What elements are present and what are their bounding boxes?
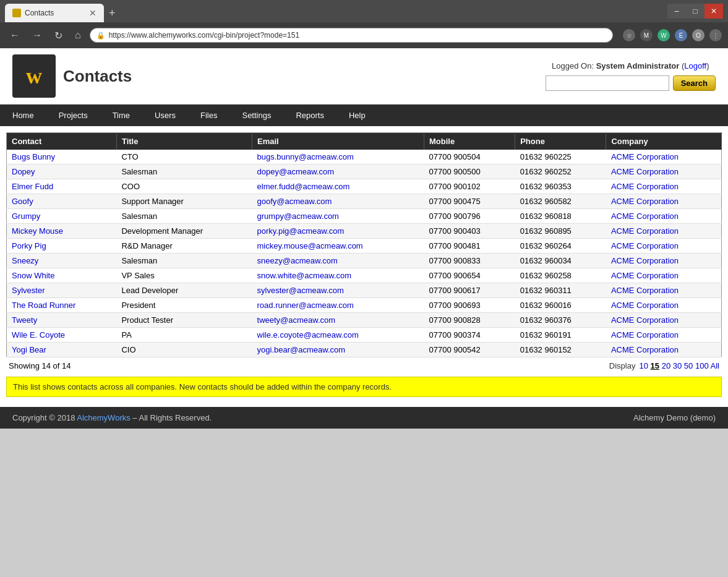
address-input[interactable]: 🔒 https://www.alchemyworks.com/cgi-bin/p… (90, 28, 613, 43)
home-button[interactable]: ⌂ (71, 28, 85, 42)
contact-email[interactable]: snow.white@acmeaw.com (257, 271, 352, 280)
contact-company[interactable]: ACME Corporation (611, 241, 679, 250)
contact-mobile: 07700 900654 (424, 268, 515, 283)
contact-email[interactable]: road.runner@acmeaw.com (257, 301, 354, 310)
back-button[interactable]: ← (6, 28, 24, 42)
contact-company[interactable]: ACME Corporation (611, 212, 679, 221)
contact-mobile: 07700 900475 (424, 194, 515, 209)
contact-company[interactable]: ACME Corporation (611, 226, 679, 236)
contact-company[interactable]: ACME Corporation (611, 256, 679, 265)
contact-title: Lead Developer (116, 283, 252, 298)
contact-company[interactable]: ACME Corporation (611, 330, 679, 340)
menu-icon[interactable]: ⋮ (709, 29, 722, 41)
info-bar: This list shows contacts across all comp… (6, 377, 722, 397)
contact-company[interactable]: ACME Corporation (611, 167, 679, 176)
close-button[interactable]: ✕ (704, 4, 723, 19)
contact-company[interactable]: ACME Corporation (611, 301, 679, 310)
contact-mobile: 07700 900796 (424, 209, 515, 224)
contact-company[interactable]: ACME Corporation (611, 271, 679, 280)
contact-email[interactable]: yogi.bear@acmeaw.com (257, 345, 346, 354)
display-option-50[interactable]: 50 (684, 361, 693, 370)
contact-email[interactable]: grumpy@acmeaw.com (257, 212, 339, 221)
brand-link[interactable]: AlchemyWorks (77, 413, 130, 422)
contact-link[interactable]: Sylvester (12, 286, 45, 295)
contact-phone: 01632 960152 (515, 343, 606, 357)
minimize-button[interactable]: – (667, 4, 686, 19)
maximize-button[interactable]: □ (686, 4, 704, 19)
col-company: Company (606, 133, 722, 150)
contact-email[interactable]: goofy@acmeaw.com (257, 197, 332, 206)
contact-mobile: 07700 900403 (424, 224, 515, 239)
contact-email[interactable]: mickey.mouse@acmeaw.com (257, 241, 363, 250)
contact-company[interactable]: ACME Corporation (611, 315, 679, 325)
search-input[interactable] (546, 75, 669, 91)
display-option-100[interactable]: 100 (695, 361, 709, 370)
contact-link[interactable]: Dopey (12, 167, 35, 176)
display-option-30[interactable]: 30 (673, 361, 682, 370)
nav-projects[interactable]: Projects (46, 105, 100, 126)
display-option-10[interactable]: 10 (639, 361, 648, 370)
nav-settings[interactable]: Settings (229, 105, 283, 126)
star-icon[interactable]: ☆ (623, 29, 635, 41)
contact-email[interactable]: sylvester@acmeaw.com (257, 286, 344, 295)
nav-help[interactable]: Help (336, 105, 378, 126)
contact-company[interactable]: ACME Corporation (611, 286, 679, 295)
extension-icon3[interactable]: E (675, 29, 687, 41)
contact-link[interactable]: Yogi Bear (12, 345, 46, 354)
logo: w Contacts (12, 54, 132, 98)
extension-icon4[interactable]: O (692, 29, 704, 41)
search-button[interactable]: Search (673, 75, 716, 91)
extension-icon1[interactable]: M (640, 29, 653, 41)
contact-email[interactable]: wile.e.coyote@acmeaw.com (257, 330, 359, 340)
contact-email[interactable]: bugs.bunny@acmeaw.com (257, 152, 354, 161)
contact-link[interactable]: Elmer Fudd (12, 182, 53, 191)
contact-email[interactable]: porky.pig@acmeaw.com (257, 226, 345, 236)
display-option-All[interactable]: All (711, 361, 719, 370)
nav-time[interactable]: Time (100, 105, 142, 126)
contact-link[interactable]: Tweety (12, 315, 37, 325)
tab-close-button[interactable]: ✕ (89, 8, 96, 18)
table-header-row: Contact Title Email Mobile Phone Company (7, 133, 722, 150)
display-label: Display (609, 361, 636, 370)
contact-link[interactable]: Bugs Bunny (12, 152, 55, 161)
site-title: Contacts (63, 67, 132, 86)
browser-toolbar-icons: ☆ M W E O ⋮ (623, 29, 722, 41)
contact-company[interactable]: ACME Corporation (611, 182, 679, 191)
contact-company[interactable]: ACME Corporation (611, 345, 679, 354)
contact-phone: 01632 960252 (515, 165, 606, 179)
contact-mobile: 07700 900833 (424, 254, 515, 268)
contact-link[interactable]: Porky Pig (12, 241, 46, 250)
nav-files[interactable]: Files (188, 105, 229, 126)
contact-mobile: 07700 900504 (424, 150, 515, 165)
main-content: Contact Title Email Mobile Phone Company… (0, 126, 728, 403)
new-tab-button[interactable]: + (104, 4, 121, 22)
contact-link[interactable]: Snow White (12, 271, 54, 280)
contact-company[interactable]: ACME Corporation (611, 152, 679, 161)
contact-link[interactable]: Goofy (12, 197, 33, 206)
rights-text: – All Rights Reserved. (132, 413, 212, 422)
contact-email[interactable]: dopey@acmeaw.com (257, 167, 334, 176)
contact-link[interactable]: Grumpy (12, 212, 40, 221)
display-option-20[interactable]: 20 (662, 361, 670, 370)
refresh-button[interactable]: ↻ (51, 28, 66, 43)
forward-button[interactable]: → (28, 28, 46, 42)
url-text: https://www.alchemyworks.com/cgi-bin/pro… (109, 31, 299, 40)
table-footer: Showing 14 of 14 Display 10 15 20 30 50 … (6, 357, 722, 374)
contact-link[interactable]: Mickey Mouse (12, 226, 63, 236)
contact-email[interactable]: sneezy@acmeaw.com (257, 256, 338, 265)
contact-link[interactable]: Wile E. Coyote (12, 330, 65, 340)
contact-title: PA (116, 328, 252, 343)
contact-email[interactable]: elmer.fudd@acmeaw.com (257, 182, 350, 191)
nav-home[interactable]: Home (0, 105, 46, 126)
nav-reports[interactable]: Reports (283, 105, 336, 126)
contact-email[interactable]: tweety@acmeaw.com (257, 315, 336, 325)
extension-icon2[interactable]: W (657, 29, 670, 41)
nav-users[interactable]: Users (142, 105, 188, 126)
browser-tab[interactable]: Contacts ✕ (5, 4, 104, 22)
tab-label: Contacts (25, 9, 54, 17)
logoff-link[interactable]: Logoff (684, 61, 706, 71)
contact-link[interactable]: Sneezy (12, 256, 38, 265)
contact-link[interactable]: The Road Runner (12, 301, 75, 310)
contact-phone: 01632 960353 (515, 179, 606, 194)
contact-company[interactable]: ACME Corporation (611, 197, 679, 206)
